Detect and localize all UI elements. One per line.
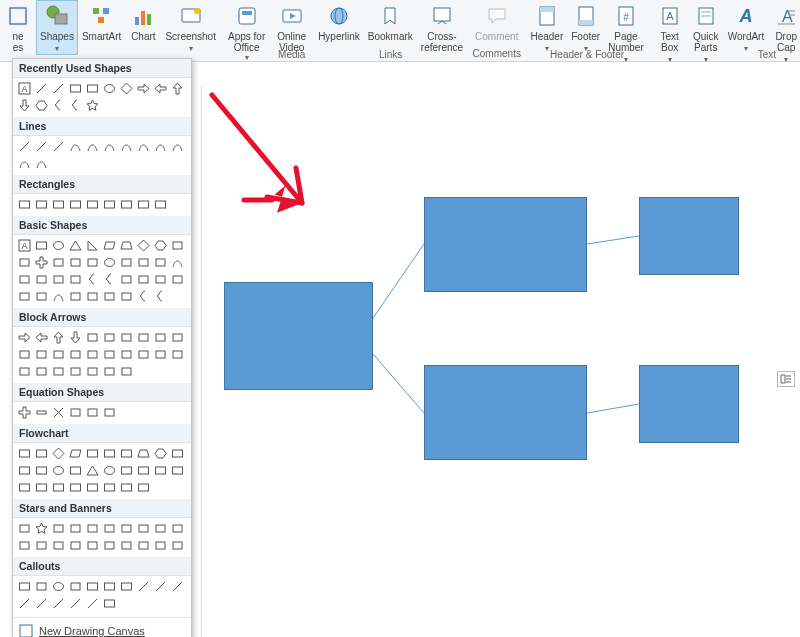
shape-rect[interactable]	[17, 197, 31, 211]
shape-plus[interactable]	[34, 255, 48, 269]
shape-star32[interactable]	[170, 521, 184, 535]
shape-rarrow[interactable]	[17, 330, 31, 344]
shape-rect[interactable]	[119, 197, 133, 211]
shape-neq[interactable]	[102, 405, 116, 419]
shape-wave[interactable]	[119, 538, 133, 552]
shape-rbrace[interactable]	[102, 272, 116, 286]
shape-star10[interactable]	[102, 521, 116, 535]
shape-moon[interactable]	[17, 289, 31, 303]
shape-textbox[interactable]: A	[17, 238, 31, 252]
shape-sun[interactable]	[170, 272, 184, 286]
shapes-button[interactable]: Shapes▾	[36, 0, 78, 55]
shape-rect[interactable]	[119, 579, 133, 593]
quickparts-button[interactable]: Quick Parts▾	[688, 0, 724, 65]
shape-star16[interactable]	[136, 521, 150, 535]
shape-cube[interactable]	[68, 255, 82, 269]
shape-rrect[interactable]	[34, 579, 48, 593]
shape-hept[interactable]	[170, 238, 184, 252]
shape-burst[interactable]	[17, 538, 31, 552]
shape-star8[interactable]	[85, 521, 99, 535]
shape-textbox[interactable]: A	[17, 81, 31, 95]
header-button[interactable]: Header▾	[526, 0, 567, 54]
diagram-box-4[interactable]	[639, 365, 739, 443]
shape-rect[interactable]	[34, 197, 48, 211]
shape-star[interactable]	[85, 98, 99, 112]
shape-rect[interactable]	[85, 197, 99, 211]
shape-lrcallout[interactable]	[68, 364, 82, 378]
shape-rect[interactable]	[34, 463, 48, 477]
shape-rect[interactable]	[170, 446, 184, 460]
shape-rect[interactable]	[85, 81, 99, 95]
shape-rect[interactable]	[34, 238, 48, 252]
shape-rcallout[interactable]	[170, 347, 184, 361]
comment-button[interactable]: Comment	[471, 0, 522, 42]
shape-rect[interactable]	[17, 463, 31, 477]
shape-trap[interactable]	[119, 238, 133, 252]
crossref-button[interactable]: Cross- reference	[417, 0, 467, 53]
shape-diamond[interactable]	[51, 446, 65, 460]
shape-arc2[interactable]	[51, 289, 65, 303]
shape-rtri[interactable]	[85, 238, 99, 252]
shape-lbrace[interactable]	[85, 272, 99, 286]
shape-bracket[interactable]	[102, 289, 116, 303]
shape-oval[interactable]	[51, 579, 65, 593]
shape-star6[interactable]	[51, 521, 65, 535]
shape-uarrow[interactable]	[51, 330, 65, 344]
textbox-button[interactable]: AText Box▾	[652, 0, 688, 65]
btn-truncated[interactable]: nees	[0, 0, 36, 53]
shape-triangle[interactable]	[85, 463, 99, 477]
shape-curve[interactable]	[136, 139, 150, 153]
shape-quad[interactable]	[119, 330, 133, 344]
shape-curvel[interactable]	[34, 347, 48, 361]
shape-rect[interactable]	[170, 463, 184, 477]
shape-larrow[interactable]	[34, 330, 48, 344]
shape-line[interactable]	[34, 139, 48, 153]
shape-lrarr[interactable]	[85, 330, 99, 344]
shape-bevel[interactable]	[85, 255, 99, 269]
shape-frame[interactable]	[34, 272, 48, 286]
shape-uturn[interactable]	[153, 330, 167, 344]
new-drawing-canvas[interactable]: New Drawing Canvas	[13, 617, 191, 637]
shape-burst[interactable]	[34, 538, 48, 552]
shape-div[interactable]	[68, 405, 82, 419]
shape-line[interactable]	[85, 596, 99, 610]
shape-lbrkt[interactable]	[51, 272, 65, 286]
shape-pentagon[interactable]	[136, 347, 150, 361]
shape-lcallout[interactable]	[17, 364, 31, 378]
bookmark-button[interactable]: Bookmark	[364, 0, 417, 42]
shape-rect[interactable]	[119, 463, 133, 477]
shape-rect[interactable]	[34, 480, 48, 494]
diagram-box-2[interactable]	[424, 365, 587, 460]
shape-lightning[interactable]	[153, 272, 167, 286]
shape-rect[interactable]	[85, 446, 99, 460]
shape-uarrow[interactable]	[170, 81, 184, 95]
shape-darrow[interactable]	[68, 330, 82, 344]
apps-button[interactable]: Apps for Office▾	[224, 0, 269, 62]
shape-curved[interactable]	[85, 347, 99, 361]
shape-arc[interactable]	[170, 255, 184, 269]
shape-ribbon[interactable]	[85, 538, 99, 552]
shape-elbow[interactable]	[119, 139, 133, 153]
shape-cloud[interactable]	[68, 579, 82, 593]
shape-curve[interactable]	[85, 139, 99, 153]
shape-circular[interactable]	[119, 364, 133, 378]
wordart-button[interactable]: AWordArt▾	[724, 0, 769, 54]
shape-lup[interactable]	[170, 330, 184, 344]
shape-hex[interactable]	[34, 98, 48, 112]
diagram-box-3[interactable]	[639, 197, 739, 275]
shape-line[interactable]	[17, 139, 31, 153]
shape-curveu[interactable]	[68, 347, 82, 361]
pagenum-button[interactable]: #Page Number▾	[604, 0, 648, 65]
shape-line[interactable]	[34, 81, 48, 95]
shape-brace[interactable]	[68, 98, 82, 112]
shape-quadcallout[interactable]	[102, 364, 116, 378]
shape-star12[interactable]	[119, 521, 133, 535]
shape-rbrace[interactable]	[153, 289, 167, 303]
shape-bracket[interactable]	[68, 289, 82, 303]
shape-brace[interactable]	[51, 98, 65, 112]
shape-rect[interactable]	[102, 480, 116, 494]
shape-star24[interactable]	[153, 521, 167, 535]
shape-udarr[interactable]	[102, 330, 116, 344]
shape-rect[interactable]	[34, 446, 48, 460]
shape-rect[interactable]	[68, 463, 82, 477]
